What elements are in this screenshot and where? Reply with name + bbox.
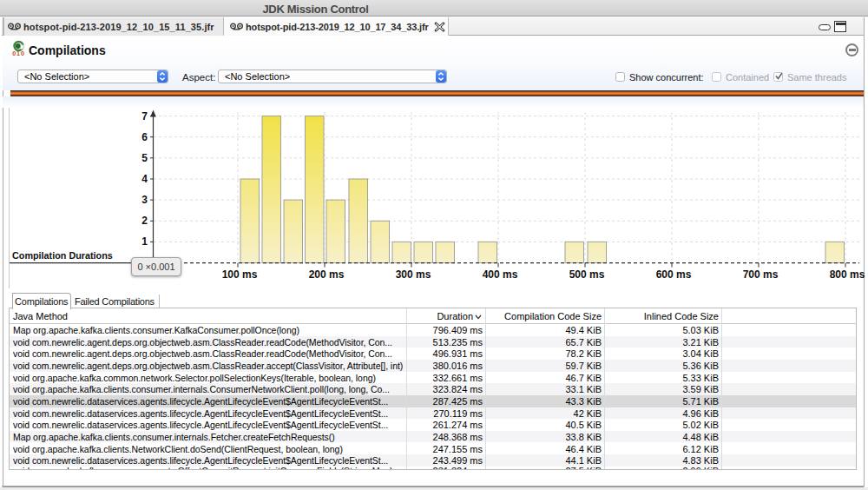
svg-text:1: 1 — [141, 235, 148, 248]
svg-text:600 ms: 600 ms — [656, 268, 692, 281]
svg-text:400 ms: 400 ms — [483, 268, 518, 281]
svg-text:6: 6 — [141, 131, 148, 143]
svg-text:4: 4 — [141, 173, 148, 185]
svg-text:700 ms: 700 ms — [743, 268, 779, 281]
svg-text:800 ms: 800 ms — [830, 268, 865, 281]
svg-text:010: 010 — [12, 50, 25, 57]
svg-text:5: 5 — [141, 152, 148, 164]
svg-text:300 ms: 300 ms — [396, 268, 431, 281]
svg-text:500 ms: 500 ms — [569, 268, 605, 281]
svg-text:100 ms: 100 ms — [222, 268, 258, 281]
svg-text:7: 7 — [141, 110, 148, 122]
svg-text:2: 2 — [141, 215, 148, 227]
svg-text:3: 3 — [141, 194, 148, 206]
svg-text:200 ms: 200 ms — [309, 268, 345, 281]
